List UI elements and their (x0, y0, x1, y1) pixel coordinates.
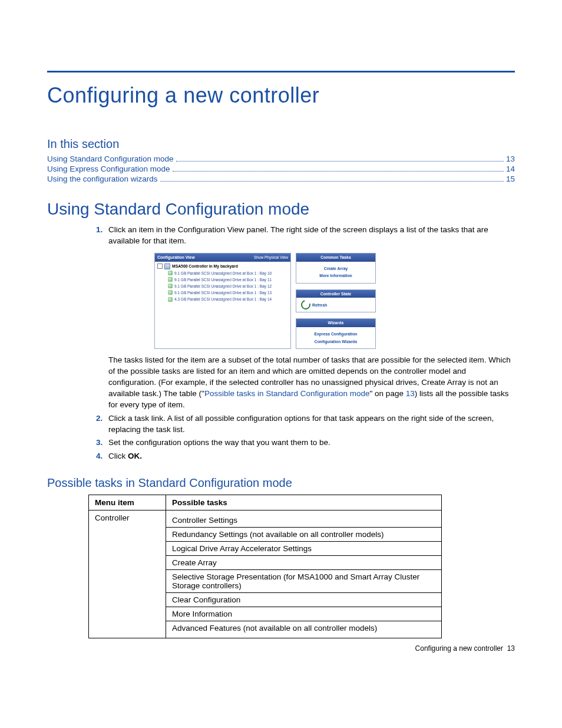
panel-common-tasks: Common Tasks Create Array More Informati… (296, 253, 376, 284)
toc-row[interactable]: Using the configuration wizards 15 (47, 174, 515, 183)
col-header-possible-tasks: Possible tasks (166, 495, 442, 510)
tree-item[interactable]: 9.1 GB Parallel SCSI Unassigned Drive at… (168, 271, 288, 276)
table-row: Controller Controller Settings Redundanc… (89, 510, 442, 638)
paragraph: The tasks listed for the item are a subs… (108, 355, 515, 410)
task-item: Create Array (166, 555, 441, 569)
toc-dots (160, 181, 504, 182)
in-this-section-label: In this section (47, 137, 515, 151)
drive-icon (168, 297, 173, 302)
step-text: Set the configuration options the way th… (108, 438, 330, 447)
cell-menu-item: Controller (89, 510, 166, 638)
step-1: Click an item in the Configuration View … (105, 225, 515, 411)
tree-item[interactable]: 4.3 GB Parallel SCSI Unassigned Drive at… (168, 297, 288, 302)
drive-icon (168, 271, 173, 275)
task-item: Selective Storage Presentation (for MSA1… (166, 569, 441, 592)
page-footer: Configuring a new controller 13 (415, 644, 515, 653)
step-2: Click a task link. A list of all possibl… (105, 413, 515, 436)
tree-root-label: MSA500 Controller in My backyard (172, 263, 238, 269)
toc-link[interactable]: Using Standard Configuration mode (47, 154, 174, 163)
heading-possible-tasks: Possible tasks in Standard Configuration… (47, 476, 515, 490)
wizard-link-config[interactable]: Configuration Wizards (297, 339, 374, 345)
cross-ref-link[interactable]: Possible tasks in Standard Configuration… (204, 389, 370, 398)
toc-page[interactable]: 15 (506, 174, 515, 183)
tree-item[interactable]: 9.1 GB Parallel SCSI Unassigned Drive at… (168, 290, 288, 295)
col-header-menu-item: Menu item (89, 495, 166, 510)
panel-configuration-view: Configuration View Show Physical View MS… (154, 253, 291, 349)
step-text: Click a task link. A list of all possibl… (108, 414, 494, 434)
tree-item-label: 9.1 GB Parallel SCSI Unassigned Drive at… (174, 271, 272, 276)
table-header-row: Menu item Possible tasks (89, 495, 442, 510)
task-item: Logical Drive Array Accelerator Settings (166, 541, 441, 555)
tasks-table: Menu item Possible tasks Controller Cont… (88, 495, 442, 638)
refresh-label: Refresh (312, 302, 327, 308)
text: " on page (370, 389, 406, 398)
footer-label: Configuring a new controller (415, 644, 503, 653)
tree-item-label: 9.1 GB Parallel SCSI Unassigned Drive at… (174, 290, 272, 295)
tree-item-label: 9.1 GB Parallel SCSI Unassigned Drive at… (174, 277, 272, 282)
text: Click (108, 452, 128, 460)
panel-header: Controller State (296, 290, 375, 298)
screenshot-config-view: Configuration View Show Physical View MS… (154, 253, 378, 349)
refresh-icon (299, 298, 312, 311)
step-3: Set the configuration options the way th… (105, 437, 515, 449)
cell-possible-tasks: Controller Settings Redundancy Settings … (166, 510, 442, 638)
tree-item[interactable]: 9.1 GB Parallel SCSI Unassigned Drive at… (168, 277, 288, 282)
step-text: Click an item in the Configuration View … (108, 225, 488, 245)
task-link-create-array[interactable]: Create Array (297, 266, 374, 272)
tree-root[interactable]: MSA500 Controller in My backyard (157, 263, 288, 269)
refresh-link[interactable]: Refresh (297, 300, 374, 309)
toc-page[interactable]: 13 (506, 154, 515, 163)
cross-ref-page[interactable]: 13 (406, 389, 415, 398)
step-4: Click OK. (105, 451, 515, 462)
task-item: Clear Configuration (166, 592, 441, 607)
toc-dots (173, 171, 504, 172)
panel-header: Wizards (296, 319, 375, 327)
toc-row[interactable]: Using Standard Configuration mode 13 (47, 154, 515, 163)
panel-title: Wizards (328, 320, 344, 326)
panel-wizards: Wizards Express Configuration Configurat… (296, 318, 376, 349)
panel-header: Common Tasks (296, 253, 375, 262)
toc-dots (176, 161, 504, 162)
panel-header: Configuration View Show Physical View (155, 253, 290, 262)
tree-item-label: 9.1 GB Parallel SCSI Unassigned Drive at… (174, 284, 272, 289)
tree-item[interactable]: 9.1 GB Parallel SCSI Unassigned Drive at… (168, 284, 288, 289)
toc-link[interactable]: Using Express Configuration mode (47, 164, 170, 173)
panel-title: Controller State (320, 291, 352, 297)
heading-using-standard: Using Standard Configuration mode (47, 200, 515, 219)
panel-controller-state: Controller State Refresh (296, 289, 376, 313)
drive-icon (168, 290, 173, 295)
footer-page-number: 13 (507, 644, 515, 653)
top-rule (47, 71, 515, 73)
drive-icon (168, 277, 173, 282)
toc-row[interactable]: Using Express Configuration mode 14 (47, 164, 515, 173)
panel-sublink[interactable]: Show Physical View (254, 255, 288, 261)
toc-page[interactable]: 14 (506, 164, 515, 173)
wizard-link-express[interactable]: Express Configuration (297, 331, 374, 337)
toc: Using Standard Configuration mode 13 Usi… (47, 154, 515, 183)
task-item: More Information (166, 607, 441, 621)
task-item: Redundancy Settings (not available on al… (166, 527, 441, 541)
tree-item-label: 4.3 GB Parallel SCSI Unassigned Drive at… (174, 297, 272, 302)
drive-icon (168, 284, 173, 288)
step-text: Click OK. (108, 452, 142, 460)
controller-icon (164, 263, 170, 269)
panel-title: Configuration View (157, 255, 195, 261)
task-link-more-information[interactable]: More Information (297, 273, 374, 279)
task-item: Advanced Features (not available on all … (166, 621, 441, 635)
page-title: Configuring a new controller (47, 83, 515, 108)
toc-link[interactable]: Using the configuration wizards (47, 174, 158, 183)
task-item: Controller Settings (166, 513, 441, 527)
steps-list: Click an item in the Configuration View … (81, 225, 515, 462)
expand-icon[interactable] (157, 263, 163, 269)
ok-label: OK. (128, 452, 142, 460)
panel-title: Common Tasks (320, 255, 351, 261)
